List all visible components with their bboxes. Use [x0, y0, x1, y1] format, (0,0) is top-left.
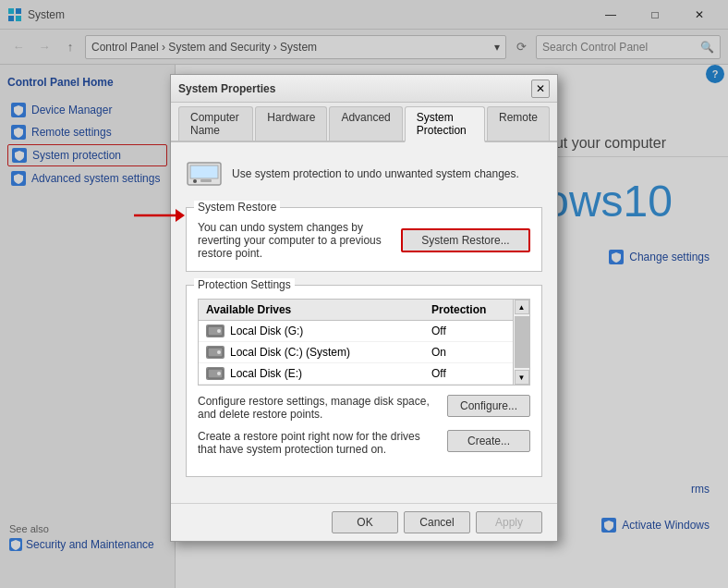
drive-name-text-1: Local Disk (C:) (System) [230, 346, 350, 359]
drive-name-2: Local Disk (E:) [206, 367, 431, 380]
svg-point-13 [217, 350, 221, 354]
dialog-content: Use system protection to undo unwanted s… [171, 142, 557, 503]
dialog-close-button[interactable]: ✕ [531, 80, 550, 98]
scroll-down-button[interactable]: ▼ [515, 370, 529, 385]
tabs-container: Computer Name Hardware Advanced System P… [171, 103, 557, 142]
hdd-icon-2 [206, 367, 224, 380]
drive-row-0[interactable]: Local Disk (G:) Off [199, 321, 513, 342]
tab-advanced[interactable]: Advanced [329, 106, 402, 141]
system-restore-section: System Restore You can undo system chang… [186, 207, 542, 272]
drive-protection-1: On [431, 346, 505, 359]
scroll-thumb [515, 316, 529, 368]
drive-name-0: Local Disk (G:) [206, 325, 431, 337]
drive-protection-2: Off [431, 367, 505, 380]
drives-table-main: Available Drives Protection Local [199, 300, 513, 385]
drive-name-text-0: Local Disk (G:) [230, 325, 303, 337]
tab-system-protection[interactable]: System Protection [405, 106, 485, 142]
protection-settings-content: Available Drives Protection Local [198, 299, 530, 456]
ok-button[interactable]: OK [332, 511, 398, 533]
restore-description: You can undo system changes by reverting… [198, 221, 390, 260]
restore-row: You can undo system changes by reverting… [198, 221, 530, 260]
drives-header: Available Drives Protection [199, 300, 513, 321]
dialog-title: System Properties [178, 82, 531, 95]
tab-hardware[interactable]: Hardware [255, 106, 327, 141]
svg-point-11 [217, 329, 221, 333]
dialog-titlebar: System Properties ✕ [171, 75, 557, 103]
dialog-intro-text: Use system protection to undo unwanted s… [232, 167, 519, 180]
system-restore-content: You can undo system changes by reverting… [198, 221, 530, 260]
system-drive-icon [186, 155, 223, 192]
svg-point-8 [193, 179, 197, 183]
hdd-icon-1 [206, 346, 224, 359]
drives-scrollbar: ▲ ▼ [513, 300, 529, 385]
configure-text: Configure restore settings, manage disk … [198, 395, 438, 421]
system-properties-dialog: System Properties ✕ Computer Name Hardwa… [170, 74, 558, 542]
hdd-icon-0 [206, 325, 224, 337]
protection-settings-label: Protection Settings [194, 278, 295, 291]
create-row: Create a restore point right now for the… [198, 430, 530, 456]
col-drive-header: Available Drives [206, 303, 431, 316]
drive-row-1[interactable]: Local Disk (C:) (System) On [199, 342, 513, 363]
drive-row-2[interactable]: Local Disk (E:) Off [199, 363, 513, 385]
create-text: Create a restore point right now for the… [198, 430, 438, 456]
svg-rect-9 [200, 179, 212, 182]
col-protection-header: Protection [431, 303, 505, 316]
configure-button[interactable]: Configure... [447, 395, 530, 417]
create-button[interactable]: Create... [447, 430, 530, 452]
system-restore-button[interactable]: System Restore... [401, 228, 530, 252]
drive-name-text-2: Local Disk (E:) [230, 367, 302, 380]
drive-protection-0: Off [431, 325, 505, 337]
dialog-footer: OK Cancel Apply [171, 503, 557, 541]
apply-button[interactable]: Apply [476, 511, 542, 533]
tab-remote[interactable]: Remote [487, 106, 550, 141]
protection-settings-section: Protection Settings Available Drives Pro… [186, 285, 542, 477]
dialog-intro: Use system protection to undo unwanted s… [186, 155, 542, 192]
drive-name-1: Local Disk (C:) (System) [206, 346, 431, 359]
drives-table: Available Drives Protection Local [198, 299, 530, 386]
svg-point-15 [217, 372, 221, 375]
cancel-button[interactable]: Cancel [404, 511, 470, 533]
scroll-up-button[interactable]: ▲ [515, 300, 529, 314]
svg-rect-7 [190, 165, 218, 178]
configure-row: Configure restore settings, manage disk … [198, 395, 530, 421]
system-restore-label: System Restore [194, 201, 280, 214]
tab-computer-name[interactable]: Computer Name [178, 106, 253, 141]
drives-body: Local Disk (G:) Off Local [199, 321, 513, 385]
dialog-overlay: System Properties ✕ Computer Name Hardwa… [0, 0, 728, 588]
